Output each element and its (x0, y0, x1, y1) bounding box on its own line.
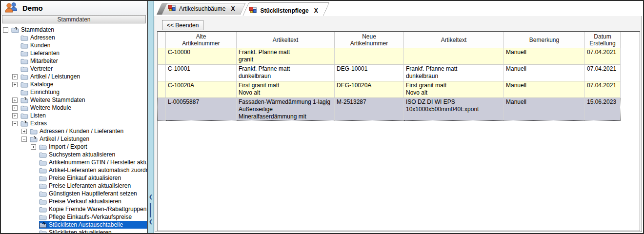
column-header[interactable]: Bemerkung (504, 32, 585, 48)
tree-item[interactable]: Stammdaten (1, 26, 147, 34)
tree-expander-minus[interactable] (3, 27, 8, 33)
table-cell[interactable]: 07.04.2021 (585, 48, 621, 65)
tab-inactive[interactable]: ArtikelsuchbäumeX (161, 3, 241, 15)
folder-icon (39, 159, 47, 166)
table-cell[interactable]: Fassaden-Wärmedämmung 1-lagig Außenseiti… (237, 98, 335, 121)
tree-expander-minus[interactable] (12, 121, 18, 126)
tree-item[interactable]: Artikel / Leistungen (1, 73, 147, 80)
table-cell[interactable] (404, 48, 504, 65)
table-cell[interactable]: Manuell (504, 98, 585, 121)
table-row[interactable]: C-10000Frankf. Pfanne matt granitManuell… (158, 48, 621, 65)
folder-icon (39, 152, 47, 158)
tree-item[interactable]: Weitere Module (1, 104, 147, 112)
table-cell[interactable]: 07.04.2021 (585, 65, 621, 81)
splitter-grip[interactable] (149, 203, 152, 217)
row-selector-cell[interactable] (158, 81, 166, 98)
collapse-chevron-icon[interactable]: ❮ (148, 219, 153, 224)
tab-strip: ArtikelsuchbäumeXStücklistenpflegeX (155, 1, 642, 16)
sidebar-splitter[interactable]: ❮ ❮ (148, 1, 154, 233)
nav-tree: StammdatenAdressenKundenLieferantenMitar… (1, 23, 147, 233)
tree-expander-plus[interactable] (12, 74, 18, 79)
tree-expander-plus[interactable] (12, 113, 18, 118)
table-row[interactable]: C-10020AFirst granit matt Novo altDEG-10… (158, 81, 621, 98)
tree-item[interactable]: Import / Export (1, 143, 147, 151)
tree-item-label: Einrichtung (30, 89, 60, 96)
tree-item[interactable]: Kataloge (1, 80, 147, 88)
tree-expander-minus[interactable] (21, 136, 27, 142)
tab-close-icon[interactable]: X (314, 7, 318, 14)
tree-item[interactable]: Mitarbeiter (1, 57, 147, 65)
tree-item[interactable]: Kunden (1, 41, 147, 49)
column-header[interactable]: Artikeltext (237, 32, 335, 48)
table-cell[interactable]: Manuell (504, 81, 585, 98)
tree-item[interactable]: Suchsystem aktualisieren (1, 151, 147, 158)
tree-item[interactable]: Weitere Stammdaten (1, 96, 147, 104)
tree-item[interactable]: Vertreter (1, 65, 147, 73)
main-panel: ArtikelsuchbäumeXStücklistenpflegeX << B… (155, 1, 643, 233)
beenden-button[interactable]: << Beenden (162, 20, 203, 30)
tab-active[interactable]: StücklistenpflegeX (242, 2, 323, 16)
tree-item[interactable]: Einrichtung (1, 88, 147, 96)
tree-item-label: Stücklisten Austauschtabelle (49, 221, 123, 228)
tree-item[interactable]: Kopie Fremde Waren-/Rabattgruppen in ei (1, 205, 147, 213)
table-cell[interactable]: 07.04.2021 (585, 81, 621, 98)
table-cell[interactable]: First granit matt Novo alt (404, 81, 504, 98)
table-cell[interactable]: C-10020A (166, 81, 237, 98)
table-cell[interactable]: 15.06.2023 (585, 98, 621, 121)
table-row-selected[interactable]: L-00055887Fassaden-Wärmedämmung 1-lagig … (158, 98, 621, 121)
tree-item[interactable]: Extras (1, 119, 147, 127)
tree-item[interactable]: Artikel-Lieferanten automatisch zuordnen (1, 166, 147, 174)
tree-item[interactable]: Listen (1, 112, 147, 119)
tree-item[interactable]: Lieferanten (1, 49, 147, 57)
tree-item[interactable]: Preise Verkauf aktualisieren (1, 197, 147, 205)
tree-item[interactable]: Preise Lieferanten aktualisieren (1, 182, 147, 190)
column-header[interactable] (158, 32, 166, 48)
tab-close-icon[interactable]: X (231, 5, 235, 12)
column-header[interactable]: Neue Artikelnummer (335, 32, 404, 48)
tree-item[interactable]: Stücklisten Austauschtabelle (1, 221, 147, 229)
tree-expander-plus[interactable] (12, 105, 18, 111)
column-header[interactable]: Alte Artikelnummer (166, 32, 237, 48)
table-cell[interactable]: Manuell (504, 65, 585, 81)
tree-item[interactable]: Adressen (1, 34, 147, 41)
row-selector-cell[interactable] (158, 48, 166, 65)
sidebar-group-header[interactable]: Stammdaten (2, 15, 146, 23)
tree-item[interactable]: Artikelnummern GTIN / Hersteller aktuali… (1, 158, 147, 166)
tree-item-label: Artikel-Lieferanten automatisch zuordnen (49, 167, 147, 174)
form-icon (249, 7, 257, 15)
tree-expander-plus[interactable] (12, 98, 18, 103)
tree-item[interactable]: Artikel / Leistungen (1, 135, 147, 143)
table-cell[interactable]: ISO DZ DI WI EPS 10x1000x500mm040Exporit (404, 98, 504, 121)
tree-item[interactable]: Stücklisten aktualisieren (1, 229, 147, 233)
tree-expander-plus[interactable] (21, 129, 27, 134)
folder-icon (20, 66, 28, 72)
table-cell[interactable]: DEG-10001 (335, 65, 404, 81)
collapse-chevron-icon[interactable]: ❮ (148, 194, 153, 199)
table-cell[interactable]: Frankf. Pfanne matt dunkelbraun (237, 65, 335, 81)
table-cell[interactable]: Frankf. Pfanne matt dunkelbraun (404, 65, 504, 81)
table-cell[interactable]: C-10001 (166, 65, 237, 81)
tree-item[interactable]: Adressen / Kunden / Lieferanten (1, 127, 147, 135)
row-selector-cell[interactable] (158, 65, 166, 81)
table-cell[interactable]: Frankf. Pfanne matt granit (237, 48, 335, 65)
tree-item[interactable]: Pflege Einkaufs-/Verkaufspreise (1, 213, 147, 221)
row-selector-cell[interactable] (158, 98, 166, 121)
tree-expander-plus[interactable] (31, 144, 36, 150)
table-cell[interactable]: Manuell (504, 48, 585, 65)
tree-expander-plus[interactable] (12, 82, 18, 87)
table-row[interactable]: C-10001Frankf. Pfanne matt dunkelbraunDE… (158, 65, 621, 81)
folder-icon (20, 74, 28, 80)
tree-item-label: Preise Einkauf aktualisieren (49, 175, 121, 181)
table-cell[interactable]: M-2513287 (335, 98, 404, 121)
column-header[interactable]: Artikeltext (404, 32, 504, 48)
table-cell[interactable]: DEG-10020A (335, 81, 404, 98)
table-cell[interactable]: L-00055887 (166, 98, 237, 121)
table-cell[interactable] (335, 48, 404, 65)
folder-open-icon (20, 97, 28, 103)
table-cell[interactable]: C-10000 (166, 48, 237, 65)
tree-item[interactable]: Günstigsten Hauptlieferant setzen (1, 190, 147, 197)
table-cell[interactable]: First granit matt Novo alt (237, 81, 335, 98)
tree-item[interactable]: Preise Einkauf aktualisieren (1, 174, 147, 182)
tree-item-label: Adressen / Kunden / Lieferanten (40, 128, 123, 135)
column-header[interactable]: Datum Erstellung (585, 32, 621, 48)
